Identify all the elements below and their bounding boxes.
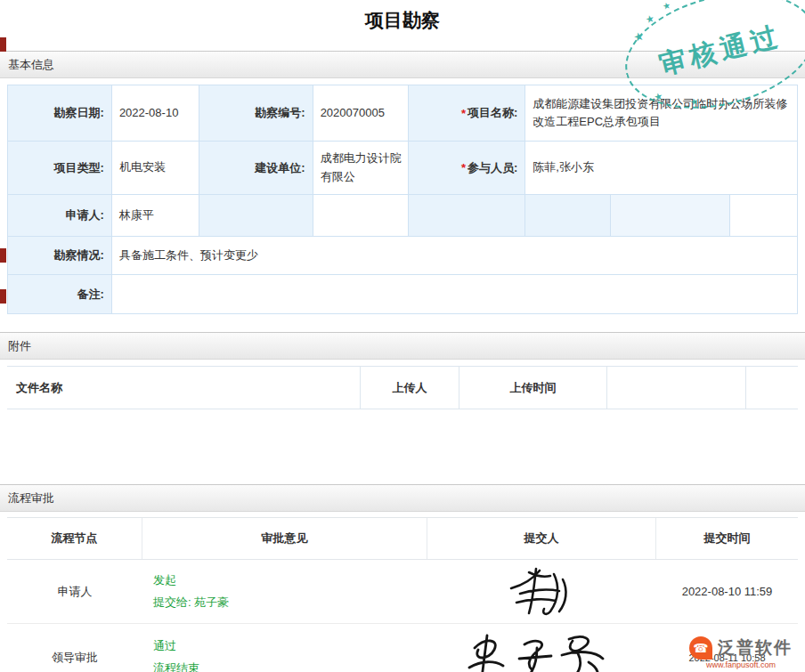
remark-value bbox=[112, 275, 798, 314]
phone-icon: ☎ bbox=[689, 636, 712, 660]
col-upload-time: 上传时间 bbox=[459, 367, 607, 409]
col-submit-time: 提交时间 bbox=[656, 518, 798, 559]
section-basic-title: 基本信息 bbox=[8, 58, 54, 71]
opinion-link-flow-end[interactable]: 流程结束 bbox=[153, 660, 427, 672]
applicant-label: 申请人: bbox=[8, 195, 112, 237]
col-uploader: 上传人 bbox=[361, 367, 459, 409]
survey-status-value: 具备施工条件、预计变更少 bbox=[112, 237, 798, 275]
approval-table: 流程节点 审批意见 提交人 提交时间 申请人 发起 提交给: 苑子豪 2022-… bbox=[7, 517, 798, 672]
empty-cell bbox=[525, 195, 611, 237]
required-asterisk: * bbox=[461, 107, 466, 120]
table-row: 勘察情况: 具备施工条件、预计变更少 bbox=[8, 237, 798, 275]
submit-time: 2022-08-10 11:59 bbox=[656, 560, 798, 623]
signature-cell bbox=[427, 560, 656, 623]
page-title: 项目勘察 bbox=[0, 0, 805, 33]
empty-cell bbox=[611, 195, 730, 237]
brand-name: 泛普软件 bbox=[718, 636, 793, 660]
col-file-name: 文件名称 bbox=[7, 367, 361, 409]
approval-row: 申请人 发起 提交给: 苑子豪 2022-08-10 11:59 bbox=[7, 560, 798, 624]
col-submitter: 提交人 bbox=[427, 518, 656, 559]
opinion-link-pass[interactable]: 通过 bbox=[153, 638, 427, 654]
build-unit-value: 成都电力设计院有限公 bbox=[313, 142, 409, 195]
section-approval-flow: 流程审批 bbox=[0, 484, 805, 512]
table-row: 备注: bbox=[8, 275, 798, 314]
survey-no-value: 2020070005 bbox=[313, 85, 409, 142]
project-type-label: 项目类型: bbox=[8, 142, 112, 195]
project-survey-page: 项目勘察 ★ ★ ★ ★ ★ ★ 审核通过 基本信息 勘察日期: 2022-08… bbox=[0, 0, 805, 672]
survey-date-value: 2022-08-10 bbox=[112, 85, 199, 142]
empty-cell bbox=[607, 367, 746, 409]
section-basic-info: 基本信息 bbox=[0, 51, 805, 78]
empty-cell bbox=[199, 195, 313, 237]
opinion-cell: 通过 流程结束 bbox=[142, 624, 427, 672]
edge-mark bbox=[0, 289, 6, 304]
participants-label: *参与人员: bbox=[409, 142, 526, 195]
opinion-link-submit-to[interactable]: 提交给: 苑子豪 bbox=[153, 595, 427, 611]
required-asterisk: * bbox=[461, 161, 466, 174]
project-type-value: 机电安装 bbox=[112, 142, 199, 195]
opinion-cell: 发起 提交给: 苑子豪 bbox=[142, 560, 427, 623]
flow-node: 申请人 bbox=[7, 560, 142, 623]
approval-header-row: 流程节点 审批意见 提交人 提交时间 bbox=[7, 517, 798, 560]
empty-cell bbox=[730, 195, 798, 237]
applicant-value: 林康平 bbox=[112, 195, 199, 237]
col-approval-opinion: 审批意见 bbox=[142, 518, 427, 559]
project-name-value: 成都能源建设集团投资有限公司临时办公场所装修改造工程EPC总承包项目 bbox=[525, 85, 798, 142]
edge-mark bbox=[0, 248, 6, 263]
table-row: 项目类型: 机电安装 建设单位: 成都电力设计院有限公 *参与人员: 陈菲,张小… bbox=[8, 142, 798, 195]
fanpu-logo: ☎ 泛普软件 www.fanpusoft.com bbox=[689, 636, 793, 669]
signature-image bbox=[484, 567, 600, 617]
attachments-header-row: 文件名称 上传人 上传时间 bbox=[7, 366, 798, 409]
edge-mark bbox=[0, 37, 6, 52]
build-unit-label: 建设单位: bbox=[199, 142, 313, 195]
signature-cell bbox=[427, 624, 656, 672]
approval-row: 领导审批 通过 流程结束 2022-08-11 10:58 bbox=[7, 624, 798, 672]
participants-value: 陈菲,张小东 bbox=[525, 142, 798, 195]
section-attachments: 附件 bbox=[0, 332, 805, 360]
signature-image bbox=[462, 632, 622, 672]
opinion-link-initiate[interactable]: 发起 bbox=[153, 572, 427, 588]
flow-node: 领导审批 bbox=[7, 624, 142, 672]
remark-label: 备注: bbox=[8, 275, 112, 314]
basic-info-table: 勘察日期: 2022-08-10 勘察编号: 2020070005 *项目名称:… bbox=[7, 85, 798, 314]
empty-cell bbox=[409, 195, 526, 237]
survey-no-label: 勘察编号: bbox=[199, 85, 313, 142]
survey-date-label: 勘察日期: bbox=[8, 85, 112, 142]
brand-subtext: www.fanpusoft.com bbox=[689, 660, 793, 669]
section-attachments-title: 附件 bbox=[8, 339, 31, 352]
table-row: 勘察日期: 2022-08-10 勘察编号: 2020070005 *项目名称:… bbox=[8, 85, 798, 142]
section-approval-title: 流程审批 bbox=[8, 491, 54, 505]
col-flow-node: 流程节点 bbox=[7, 518, 142, 559]
empty-cell bbox=[746, 367, 798, 409]
survey-status-label: 勘察情况: bbox=[8, 237, 112, 275]
empty-cell bbox=[313, 195, 409, 237]
project-name-label: *项目名称: bbox=[409, 85, 526, 142]
table-row: 申请人: 林康平 bbox=[8, 195, 798, 237]
logo-row: ☎ 泛普软件 bbox=[689, 636, 793, 660]
